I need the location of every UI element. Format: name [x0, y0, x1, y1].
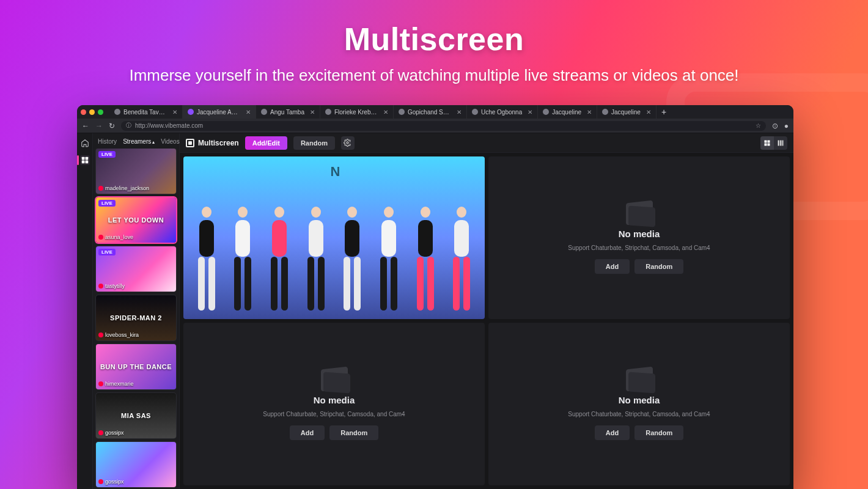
forward-icon[interactable]: →	[95, 122, 103, 130]
svg-point-4	[347, 142, 348, 144]
maximize-icon[interactable]	[98, 109, 103, 115]
tab-label: Uche Ogbonna	[481, 109, 522, 116]
stream-thumbnail[interactable]: LIVEtastytilly	[96, 246, 176, 292]
gear-icon	[344, 139, 351, 147]
slot-add-button[interactable]: Add	[595, 425, 630, 440]
slot-add-button[interactable]: Add	[290, 425, 325, 440]
close-tab-icon[interactable]: ✕	[528, 109, 532, 116]
close-tab-icon[interactable]: ✕	[246, 109, 251, 116]
chevron-up-icon: ▴	[152, 139, 155, 145]
svg-rect-0	[81, 157, 84, 160]
multiscreen-logo-icon	[186, 139, 194, 147]
rail-multiscreen[interactable]	[77, 155, 92, 165]
columns-icon	[777, 139, 784, 147]
layout-columns-button[interactable]	[774, 136, 787, 150]
settings-button[interactable]	[341, 136, 355, 150]
streamer-name: loveboss_kira	[98, 332, 139, 338]
close-tab-icon[interactable]: ✕	[310, 109, 315, 116]
stream-thumbnail[interactable]: MIA SASgossipx	[96, 393, 176, 438]
stream-thumbnail[interactable]: LET YOU DOWNLIVEasuna_love	[96, 197, 176, 243]
page-title: Multiscreen	[186, 139, 239, 147]
close-tab-icon[interactable]: ✕	[646, 109, 651, 116]
close-tab-icon[interactable]: ✕	[587, 109, 592, 116]
tab-label: Angu Tamba	[270, 109, 304, 116]
platform-dot-icon	[98, 479, 103, 484]
add-edit-button[interactable]: Add/Edit	[245, 136, 287, 150]
close-tab-icon[interactable]: ✕	[383, 109, 388, 116]
reload-icon[interactable]: ↻	[109, 122, 115, 130]
svg-rect-8	[768, 143, 770, 145]
layout-toggle	[760, 136, 787, 150]
url-text: http://www.vibemate.com	[135, 122, 203, 129]
browser-toolbar: ← → ↻ ⓘ http://www.vibemate.com ☆ ⊙ ●	[77, 119, 793, 133]
close-tab-icon[interactable]: ✕	[172, 109, 177, 116]
browser-tab[interactable]: Uche Ogbonna✕	[467, 105, 538, 119]
empty-title: No media	[314, 395, 355, 405]
browser-tab[interactable]: Benedita Tavares✕	[109, 105, 183, 119]
browser-tab[interactable]: Jacqueline✕	[538, 105, 597, 119]
slot-random-button[interactable]: Random	[329, 425, 378, 440]
slot-random-button[interactable]: Random	[634, 259, 683, 274]
browser-tab[interactable]: Jacqueline Asong Jacquelin✕	[183, 105, 256, 119]
back-icon[interactable]: ←	[82, 122, 89, 130]
stream-thumbnail[interactable]: LIVEmadeline_jackson	[96, 149, 176, 194]
stream-thumbnail[interactable]: SPIDER-MAN 2loveboss_kira	[96, 295, 176, 340]
empty-media-icon	[626, 368, 653, 390]
favicon-icon	[602, 109, 608, 115]
grid-slot-3: No media Support Chaturbate, Stripchat, …	[183, 323, 485, 485]
browser-tab[interactable]: Angu Tamba✕	[256, 105, 320, 119]
live-badge: LIVE	[98, 200, 116, 207]
minimize-icon[interactable]	[89, 109, 95, 115]
sidebar-tab-streamers[interactable]: Streamers▴	[123, 138, 155, 145]
new-tab-button[interactable]: +	[657, 107, 671, 117]
slot-add-button[interactable]: Add	[595, 259, 630, 274]
close-icon[interactable]	[81, 109, 86, 115]
empty-subtitle: Support Chaturbate, Stripchat, Camsoda, …	[568, 410, 710, 419]
close-tab-icon[interactable]: ✕	[457, 109, 462, 116]
tab-label: Benedita Tavares	[123, 109, 167, 116]
svg-rect-9	[778, 140, 780, 145]
empty-subtitle: Support Chaturbate, Stripchat, Camsoda, …	[263, 410, 405, 419]
video-frame	[183, 156, 485, 319]
live-badge: LIVE	[98, 249, 116, 256]
layout-grid-button[interactable]	[760, 136, 774, 150]
rail-home[interactable]	[77, 138, 92, 148]
tab-label: Jacqueline	[552, 109, 581, 116]
site-info-icon[interactable]: ⓘ	[126, 122, 131, 130]
svg-rect-1	[85, 157, 88, 160]
grid-slot-1[interactable]: N	[183, 156, 485, 319]
live-badge: LIVE	[98, 151, 116, 158]
platform-dot-icon	[98, 333, 103, 337]
empty-media-icon	[321, 368, 348, 390]
window-controls[interactable]	[81, 109, 103, 115]
platform-dot-icon	[98, 284, 103, 289]
slot-random-button[interactable]: Random	[634, 425, 683, 440]
streamer-name: tastytilly	[98, 283, 125, 289]
browser-tab[interactable]: Jacqueline✕	[597, 105, 657, 119]
address-bar[interactable]: ⓘ http://www.vibemate.com ☆	[121, 121, 766, 131]
stream-thumbnail[interactable]: BUN UP THE DANCEhimexmarie	[96, 344, 176, 389]
svg-rect-6	[768, 140, 770, 142]
svg-rect-10	[780, 140, 782, 145]
random-button[interactable]: Random	[293, 136, 335, 150]
home-icon	[80, 138, 90, 148]
multiscreen-icon	[80, 155, 90, 165]
sidebar: History Streamers▴ Videos▾ LIVEmadeline_…	[93, 133, 180, 489]
nav-rail	[77, 133, 93, 489]
streamer-name: himexmarie	[98, 381, 134, 387]
empty-media-icon	[626, 202, 653, 224]
svg-rect-2	[81, 161, 84, 164]
stream-thumbnail[interactable]: gossipx	[96, 442, 176, 487]
browser-tab[interactable]: Florieke Krebber✕	[320, 105, 394, 119]
sidebar-tab-history[interactable]: History	[98, 138, 117, 145]
platform-dot-icon	[98, 186, 103, 191]
extensions-icon[interactable]: ⊙	[772, 122, 778, 130]
app-toolbar: Multiscreen Add/Edit Random	[180, 133, 793, 153]
grid-slot-4: No media Support Chaturbate, Stripchat, …	[488, 323, 790, 485]
browser-tab[interactable]: Gopichand Sana✕	[394, 105, 467, 119]
svg-rect-11	[782, 140, 784, 145]
profile-icon[interactable]: ●	[784, 122, 789, 130]
grid-icon	[763, 139, 771, 147]
bookmark-icon[interactable]: ☆	[756, 122, 761, 129]
tab-label: Gopichand Sana	[408, 109, 451, 116]
